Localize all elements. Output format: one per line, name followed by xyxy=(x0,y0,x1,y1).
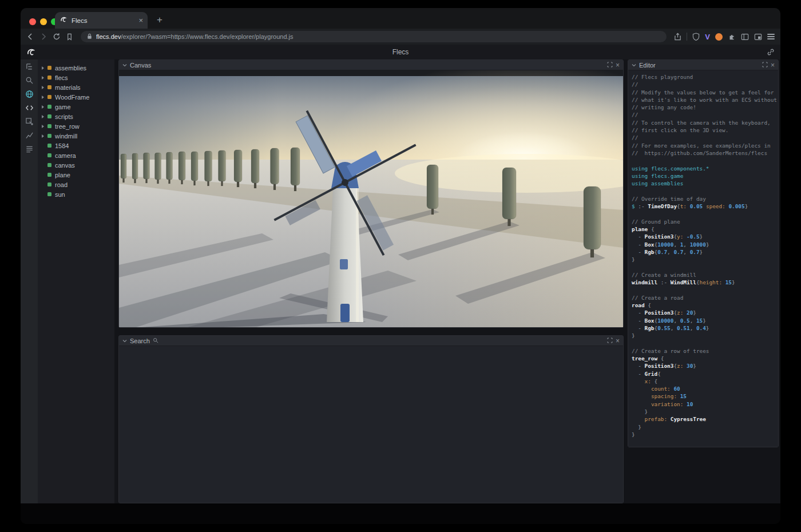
expand-arrow-icon[interactable] xyxy=(42,76,47,80)
code-line: plane { xyxy=(632,225,778,233)
expand-arrow-icon[interactable] xyxy=(42,96,47,99)
expand-arrow-icon[interactable] xyxy=(42,105,47,109)
tree-item-label: plane xyxy=(55,172,70,178)
share-icon[interactable] xyxy=(674,33,681,41)
code-line xyxy=(632,286,778,293)
tree-item-plane[interactable]: plane xyxy=(38,170,114,180)
collapse-chevron-icon[interactable] xyxy=(122,62,127,69)
entity-tree[interactable]: assembliesflecsmaterialsWoodFramegamescr… xyxy=(38,59,114,503)
close-panel-icon[interactable]: × xyxy=(771,62,775,69)
fullscreen-icon[interactable] xyxy=(607,62,613,69)
sidebar-icon[interactable] xyxy=(741,33,749,41)
expand-arrow-icon[interactable] xyxy=(42,134,47,138)
canvas-3d-view[interactable] xyxy=(119,70,623,327)
editor-code[interactable]: // Flecs playground//// Modify the value… xyxy=(628,70,778,447)
flecs-favicon-icon xyxy=(60,15,68,26)
forward-icon[interactable] xyxy=(39,33,47,41)
tree-item-materials[interactable]: materials xyxy=(38,82,114,92)
code-line: // Create a row of trees xyxy=(632,347,778,355)
tree-item-label: materials xyxy=(55,84,81,91)
code-line: // To control the camera with the keyboa… xyxy=(632,119,778,126)
entity-square-icon xyxy=(47,153,51,157)
code-line: using flecs.game xyxy=(632,172,778,180)
close-panel-icon[interactable]: × xyxy=(616,338,620,344)
v-extension-icon[interactable]: V xyxy=(705,33,710,41)
expand-arrow-icon xyxy=(42,173,47,177)
expand-arrow-icon[interactable] xyxy=(42,125,47,128)
tree-item-label: windmill xyxy=(55,133,77,140)
search-icon xyxy=(153,338,158,344)
tab-close-icon[interactable]: × xyxy=(138,17,143,24)
search-results-area[interactable] xyxy=(119,346,623,503)
url-text: flecs.dev/explorer/?wasm=https://www.fle… xyxy=(96,33,294,40)
tree-item-windmill[interactable]: windmill xyxy=(38,131,114,141)
code-line: - Position3{z: 20} xyxy=(632,309,778,316)
inspector-icon[interactable] xyxy=(25,117,34,126)
tree-item-road[interactable]: road xyxy=(38,180,114,189)
expand-arrow-icon xyxy=(42,144,47,148)
code-icon[interactable] xyxy=(25,103,34,112)
orange-extension-icon[interactable] xyxy=(715,33,723,41)
tab-title: Flecs xyxy=(72,17,134,24)
tree-item-game[interactable]: game xyxy=(38,102,114,112)
collapse-chevron-icon[interactable] xyxy=(122,338,127,344)
code-line: // Create a road xyxy=(632,294,778,301)
tree-item-label: sun xyxy=(55,191,65,198)
reload-icon[interactable] xyxy=(53,33,61,41)
code-line: spacing: 15 xyxy=(632,392,778,400)
close-panel-icon[interactable]: × xyxy=(616,62,620,69)
tree-item-sun[interactable]: sun xyxy=(38,189,114,199)
flecs-logo-icon[interactable] xyxy=(26,47,36,59)
entity-square-icon xyxy=(47,192,51,196)
share-link-icon[interactable] xyxy=(767,48,775,58)
search-icon[interactable] xyxy=(25,76,34,85)
tree-item-1584[interactable]: 1584 xyxy=(38,141,114,150)
bookmark-icon[interactable] xyxy=(66,33,73,41)
tree-item-camera[interactable]: camera xyxy=(38,150,114,160)
fullscreen-icon[interactable] xyxy=(762,62,768,69)
window-controls xyxy=(29,18,58,25)
minimize-window-button[interactable] xyxy=(40,18,47,25)
browser-tab[interactable]: Flecs × xyxy=(55,12,148,29)
expand-arrow-icon[interactable] xyxy=(42,66,47,70)
code-line: tree_row { xyxy=(632,355,778,362)
search-panel-title: Search xyxy=(130,338,150,344)
log-icon[interactable] xyxy=(25,144,34,153)
entity-square-icon xyxy=(47,173,51,177)
windows-icon[interactable] xyxy=(754,33,762,41)
hierarchy-icon[interactable] xyxy=(25,62,34,71)
code-line: // Flecs playground xyxy=(632,73,778,81)
world-icon[interactable] xyxy=(25,89,34,98)
module-square-icon xyxy=(47,85,51,89)
menu-icon[interactable] xyxy=(767,34,775,39)
tree-item-WoodFrame[interactable]: WoodFrame xyxy=(38,92,114,102)
close-window-button[interactable] xyxy=(29,18,36,25)
brave-shield-icon[interactable] xyxy=(692,33,700,41)
canvas-panel: Canvas × xyxy=(118,59,624,328)
stats-icon[interactable] xyxy=(25,130,34,140)
extensions-puzzle-icon[interactable] xyxy=(728,33,736,41)
module-square-icon xyxy=(47,95,51,99)
editor-panel: Editor × // Flecs playground//// Modify … xyxy=(628,59,779,447)
expand-arrow-icon[interactable] xyxy=(42,86,47,89)
tree-item-flecs[interactable]: flecs xyxy=(38,73,114,82)
expand-arrow-icon[interactable] xyxy=(42,115,47,118)
code-line: } xyxy=(632,423,778,431)
back-icon[interactable] xyxy=(26,33,34,41)
code-line: using assemblies xyxy=(632,180,778,187)
tree-item-assemblies[interactable]: assemblies xyxy=(38,63,114,73)
tree-item-canvas[interactable]: canvas xyxy=(38,160,114,170)
new-tab-button[interactable]: + xyxy=(153,14,166,26)
code-line: $ :- TimeOfDay{t: 0.05 speed: 0.005} xyxy=(632,203,778,210)
collapse-chevron-icon[interactable] xyxy=(632,62,636,69)
code-line: // https://github.com/SanderMertens/flec… xyxy=(632,149,778,157)
expand-arrow-icon xyxy=(42,164,47,167)
code-line: // Modify the values below to get a feel… xyxy=(632,89,778,96)
code-line: // what it's like to work with an ECS wi… xyxy=(632,96,778,104)
fullscreen-icon[interactable] xyxy=(607,338,613,344)
tree-item-scripts[interactable]: scripts xyxy=(38,112,114,121)
lock-icon[interactable] xyxy=(86,31,93,42)
tree-item-label: game xyxy=(55,104,71,110)
url-bar[interactable]: flecs.dev/explorer/?wasm=https://www.fle… xyxy=(81,31,667,42)
tree-item-tree_row[interactable]: tree_row xyxy=(38,121,114,131)
